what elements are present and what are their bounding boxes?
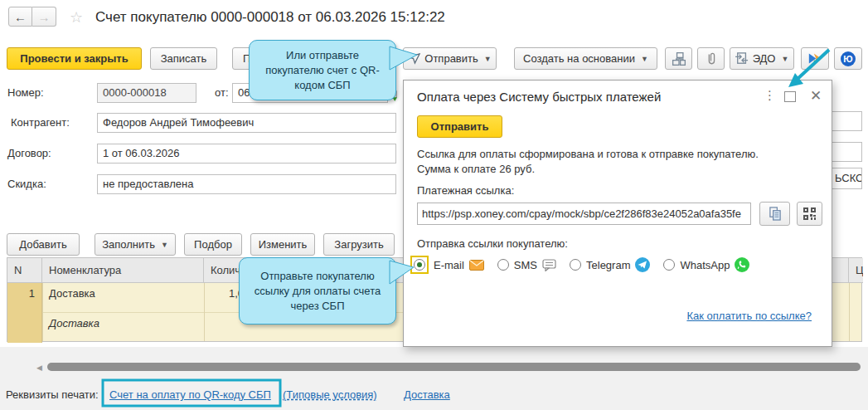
contract-field[interactable]: 1 от 06.03.2026 (97, 144, 396, 164)
fill-button[interactable]: Заполнить▼ (95, 233, 176, 256)
payment-link-input[interactable] (417, 203, 751, 225)
qr-code-button[interactable] (797, 202, 822, 226)
colored-arrow-icon (807, 51, 823, 66)
callout-payment-link: Отправьте покупателю ссылку для оплаты с… (239, 257, 396, 325)
standard-terms-link[interactable]: (Типовые условия) (283, 388, 377, 401)
load-button[interactable]: Загрузить (323, 233, 395, 256)
yookassa-icon: Ю (840, 51, 856, 67)
save-button[interactable]: Записать (150, 47, 217, 70)
telegram-option-label: Telegram (586, 259, 630, 271)
col-header-nomenclature[interactable]: Номенклатура (42, 258, 204, 283)
send-options-group: E-mail SMS Telegram WhatsApp (410, 256, 749, 274)
pick-button[interactable]: Подбор (184, 233, 242, 256)
chevron-down-icon: ▼ (161, 241, 168, 249)
edo-exchange-icon (735, 52, 749, 65)
page-title: Счет покупателю 0000-000018 от 06.03.202… (95, 9, 445, 26)
chevron-down-icon: ▼ (484, 55, 492, 63)
forward-button[interactable]: → (32, 7, 56, 27)
row-number-cell[interactable]: 1 (7, 283, 42, 343)
forward-arrow-icon: → (38, 10, 51, 24)
delivery-link[interactable]: Доставка (404, 388, 450, 401)
create-based-on-button[interactable]: Создать на основании▼ (514, 47, 657, 70)
counterparty-label: Контрагент: (11, 116, 70, 129)
close-icon[interactable]: ✕ (810, 87, 822, 105)
popup-send-button[interactable]: Отправить (417, 115, 502, 138)
number-field[interactable]: 0000-000018 (97, 83, 196, 103)
send-button[interactable]: Отправить▼ (403, 47, 497, 70)
qr-code-icon (803, 207, 816, 220)
post-and-close-label: Провести и закрыть (20, 52, 128, 65)
contract-label: Договор: (7, 147, 51, 159)
create-based-on-label: Создать на основании (523, 52, 635, 65)
save-label: Записать (161, 52, 207, 65)
how-to-pay-link[interactable]: Как оплатить по ссылке? (686, 310, 812, 322)
attachments-button[interactable] (697, 47, 725, 70)
pick-label: Подбор (194, 238, 232, 251)
maximize-icon[interactable] (784, 91, 796, 102)
email-radio-focus (410, 256, 429, 274)
callout-qr-invoice: Или отправьте покупателю счет с QR-кодом… (249, 40, 396, 100)
discuss-button[interactable] (801, 47, 829, 70)
number-label: Номер: (7, 86, 44, 99)
edo-label: ЭДО (753, 52, 776, 65)
paperclip-icon (705, 51, 718, 66)
back-arrow-icon: ← (14, 10, 27, 24)
sms-bubble-icon (542, 259, 556, 271)
row-nomenclature-cell[interactable]: Доставка (42, 283, 204, 313)
more-menu-icon[interactable]: ⋮ (764, 88, 776, 103)
svg-text:Ю: Ю (843, 54, 852, 64)
favorite-star-icon[interactable]: ☆ (70, 8, 83, 27)
send-label: Отправить (424, 52, 478, 65)
copy-icon (769, 207, 782, 221)
discount-label: Скидка: (7, 178, 46, 190)
edit-button[interactable]: Изменить (250, 233, 315, 256)
sms-radio[interactable] (497, 259, 509, 271)
post-and-close-button[interactable]: Провести и закрыть (7, 47, 142, 70)
edo-button[interactable]: ЭДО▼ (730, 47, 794, 70)
load-label: Загрузить (334, 238, 383, 251)
invoice-window: ← → ☆ Счет покупателю 0000-000018 от 06.… (0, 0, 868, 410)
whatsapp-icon (735, 257, 749, 272)
add-row-button[interactable]: Добавить (7, 233, 80, 256)
structure-icon (672, 51, 686, 66)
nav-buttons: ← → (8, 7, 56, 27)
popup-send-label: Отправить (431, 120, 489, 133)
date-label: от: (215, 86, 229, 99)
right-field-partial-value: ЬСКОЕ (835, 172, 862, 184)
col-header-price[interactable]: Цена (849, 258, 863, 283)
email-option-label: E-mail (434, 259, 464, 271)
horizontal-scrollbar[interactable] (47, 363, 861, 371)
chevron-down-icon: ▼ (781, 55, 788, 63)
discount-field[interactable]: не предоставлена (97, 174, 396, 194)
copy-link-button[interactable] (759, 202, 790, 226)
telegram-icon (635, 257, 650, 272)
scroll-left-arrow-icon[interactable]: ◀ (36, 364, 42, 372)
popup-status-text: Ссылка для оплаты сформирована и готова … (417, 147, 778, 177)
counterparty-field[interactable]: Федоров Андрей Тимофеевич (97, 113, 396, 133)
send-plane-icon (408, 53, 420, 65)
email-envelope-icon (469, 260, 484, 271)
back-button[interactable]: ← (8, 7, 32, 27)
telegram-radio[interactable] (570, 259, 581, 271)
payment-link-label: Платежная ссылка: (417, 184, 514, 197)
print-requisites-label: Реквизиты печати: (6, 388, 99, 401)
col-header-n[interactable]: N (7, 258, 42, 283)
whatsapp-option-label: WhatsApp (680, 259, 730, 271)
whatsapp-radio[interactable] (663, 259, 675, 271)
structure-report-button[interactable] (665, 47, 692, 70)
popup-title: Оплата через Систему быстрых платежей (417, 90, 661, 104)
send-options-label: Отправка ссылки покупателю: (417, 237, 568, 250)
chevron-down-icon: ▼ (641, 55, 648, 63)
qr-invoice-link[interactable]: Счет на оплату по QR-коду СБП (109, 388, 271, 401)
sbp-payment-popup: Оплата через Систему быстрых платежей ⋮ … (403, 80, 832, 347)
edit-label: Изменить (259, 238, 308, 251)
sms-option-label: SMS (514, 259, 537, 271)
yookassa-button[interactable]: Ю (834, 47, 862, 70)
row-description-cell[interactable]: Доставка (42, 313, 204, 343)
fill-label: Заполнить (102, 238, 155, 251)
email-radio[interactable] (414, 259, 425, 271)
add-label: Добавить (19, 238, 66, 251)
